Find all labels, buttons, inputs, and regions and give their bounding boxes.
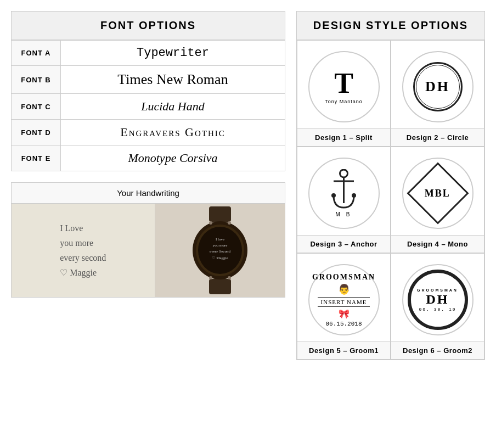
handwriting-note: I Love you more every second ♡ Maggie: [12, 204, 155, 297]
design6-inner: GROOMSMAN DH 06. 30. 19: [417, 288, 458, 312]
watch-svg: I love you more every Second ♡ Maggie: [184, 206, 256, 294]
design-cell-4[interactable]: MBL Design 4 – Mono: [391, 147, 484, 253]
table-row: FONT C Lucida Hand: [12, 94, 285, 120]
design-cell-1[interactable]: T Tony Mantano Design 1 – Split: [297, 40, 391, 147]
design2-circle-area: DH: [391, 41, 484, 128]
design6-label: Design 6 – Groom2: [391, 341, 484, 359]
font-name-e: Monotype Corsiva: [61, 145, 285, 171]
design5-groomsman: GROOMSMAN: [312, 273, 375, 282]
design-grid: T Tony Mantano Design 1 – Split DH Desig…: [296, 40, 485, 360]
design6-circle-area: GROOMSMAN DH 06. 30. 19: [391, 254, 484, 341]
design-cell-3[interactable]: M B Design 3 – Anchor: [297, 147, 391, 253]
design1-letter: T: [334, 69, 353, 98]
design5-bow-icon: 🎀: [339, 309, 350, 319]
right-panel: DESIGN STYLE OPTIONS T Tony Mantano Desi…: [296, 11, 485, 360]
anchor-icon: [326, 169, 362, 210]
design2-letters: DH: [425, 79, 450, 95]
svg-text:every Second: every Second: [210, 249, 230, 254]
design5-inner: GROOMSMAN 👨 INSERT NAME 🎀 06.15.2018: [312, 273, 375, 327]
design5-date: 06.15.2018: [325, 321, 362, 327]
font-label-b: FONT B: [12, 66, 61, 94]
svg-rect-1: [209, 279, 231, 294]
design4-diamond: MBL: [407, 162, 469, 224]
design5-circle-area: GROOMSMAN 👨 INSERT NAME 🎀 06.15.2018: [297, 254, 390, 341]
table-row: FONT A Typewriter: [12, 41, 285, 66]
svg-point-16: [331, 193, 336, 198]
design-cell-6[interactable]: GROOMSMAN DH 06. 30. 19 Design 6 – Groom…: [391, 253, 484, 360]
design1-name: Tony Mantano: [325, 99, 363, 104]
design6-groomsman: GROOMSMAN: [417, 288, 458, 292]
design3-circle-area: M B: [297, 147, 390, 235]
design5-circle: GROOMSMAN 👨 INSERT NAME 🎀 06.15.2018: [308, 264, 380, 335]
font-options-title: FONT OPTIONS: [11, 11, 285, 40]
design2-circle: DH: [402, 51, 474, 122]
design5-label: Design 5 – Groom1: [297, 341, 390, 359]
left-panel: FONT OPTIONS FONT A Typewriter FONT B Ti…: [11, 11, 285, 298]
svg-point-17: [352, 193, 356, 198]
svg-text:I love: I love: [216, 237, 224, 242]
design4-circle: MBL: [402, 158, 474, 229]
design1-circle: T Tony Mantano: [308, 51, 380, 122]
design4-circle-area: MBL: [391, 147, 484, 235]
handwriting-text: I Love you more every second ♡ Maggie: [60, 221, 106, 281]
design6-date: 06. 30. 19: [419, 307, 456, 312]
table-row: FONT E Monotype Corsiva: [12, 145, 285, 171]
font-label-d: FONT D: [12, 120, 61, 145]
font-name-c: Lucida Hand: [61, 94, 285, 120]
handwriting-section: Your Handwriting I Love you more every s…: [11, 182, 285, 298]
design3-label: Design 3 – Anchor: [297, 235, 390, 253]
svg-text:you more: you more: [212, 243, 227, 248]
svg-point-8: [228, 276, 231, 279]
design-options-title: DESIGN STYLE OPTIONS: [296, 11, 485, 40]
svg-point-6: [228, 221, 231, 225]
design3-letters: M B: [336, 211, 352, 217]
design-cell-2[interactable]: DH Design 2 – Circle: [391, 40, 484, 147]
handwriting-images: I Love you more every second ♡ Maggie: [12, 204, 285, 297]
font-label-a: FONT A: [12, 41, 61, 66]
design1-label: Design 1 – Split: [297, 128, 390, 146]
design-cell-5[interactable]: GROOMSMAN 👨 INSERT NAME 🎀 06.15.2018 Des…: [297, 253, 391, 360]
watch-image: I love you more every Second ♡ Maggie: [155, 204, 285, 297]
handwriting-title: Your Handwriting: [12, 183, 285, 204]
design4-label: Design 4 – Mono: [391, 235, 484, 253]
font-label-c: FONT C: [12, 94, 61, 120]
font-name-a: Typewriter: [61, 41, 285, 66]
design2-inner: DH: [413, 62, 463, 111]
font-name-d: Engravers Gothic: [61, 120, 285, 145]
design5-insert: INSERT NAME: [318, 297, 370, 307]
table-row: FONT D Engravers Gothic: [12, 120, 285, 145]
design6-letters: DH: [426, 292, 449, 307]
svg-point-7: [209, 276, 212, 279]
design1-circle-area: T Tony Mantano: [297, 41, 390, 128]
svg-rect-0: [209, 206, 231, 222]
font-label-e: FONT E: [12, 145, 61, 171]
design3-inner: M B: [326, 169, 362, 217]
design6-outer-circle: GROOMSMAN DH 06. 30. 19: [402, 264, 474, 335]
design2-label: Design 2 – Circle: [391, 128, 484, 146]
table-row: FONT B Times New Roman: [12, 66, 285, 94]
svg-point-5: [209, 221, 212, 225]
design6-double-circle: GROOMSMAN DH 06. 30. 19: [408, 270, 468, 330]
svg-text:♡ Maggie: ♡ Maggie: [212, 256, 228, 260]
design5-mustache-icon: 👨: [338, 283, 350, 295]
design4-letters: MBL: [425, 187, 450, 199]
font-table: FONT A Typewriter FONT B Times New Roman…: [11, 40, 285, 171]
design1-inner: T Tony Mantano: [325, 69, 363, 104]
font-name-b: Times New Roman: [61, 66, 285, 94]
svg-point-13: [340, 170, 348, 177]
design3-circle: M B: [308, 158, 380, 229]
